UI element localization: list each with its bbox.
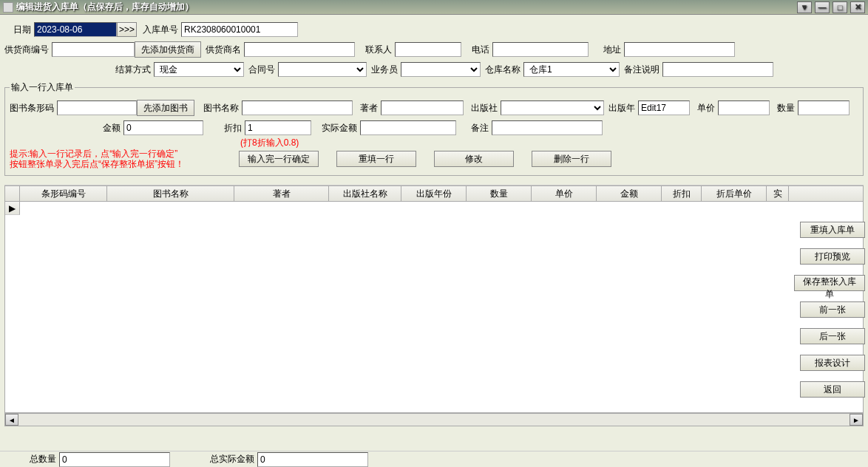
table-header-cell[interactable]: 数量 [467, 186, 532, 201]
table-header-cell[interactable]: 折扣 [662, 186, 702, 201]
clerk-label: 业务员 [371, 64, 398, 76]
settlement-method-label: 结算方式 [115, 64, 151, 76]
phone-input[interactable] [492, 42, 589, 57]
line-note-input[interactable] [492, 120, 603, 135]
entry-hint: 提示:输入一行记录后，点“输入完一行确定” 按钮整张单录入完后点“保存整张单据”… [10, 149, 184, 169]
table-header-cell[interactable]: 单价 [532, 186, 597, 201]
save-receipt-button[interactable]: 保存整张入库单 [794, 275, 865, 291]
amount-label: 金额 [103, 122, 121, 134]
author-input[interactable] [381, 100, 464, 115]
publisher-select[interactable] [501, 100, 604, 115]
clerk-select[interactable] [401, 62, 481, 77]
delete-line-button[interactable]: 删除一行 [532, 151, 611, 167]
table-header-cell[interactable]: 条形码编号 [20, 186, 107, 201]
refill-line-button[interactable]: 重填一行 [336, 151, 416, 167]
total-qty-label: 总数量 [30, 453, 56, 466]
table-header-cell[interactable]: 出版社名称 [329, 186, 401, 201]
settlement-remark-input[interactable] [662, 62, 773, 77]
qty-label: 数量 [777, 102, 795, 115]
add-supplier-button[interactable]: 先添加供货商 [135, 41, 201, 58]
line-entry-group: 输入一行入库单 图书条形码 先添加图书 图书名称 著者 出版社 出版年 单价 数… [4, 81, 864, 176]
real-amount-label: 实际金额 [322, 122, 357, 134]
address-label: 地址 [603, 44, 621, 56]
refill-receipt-button[interactable]: 重填入库单 [800, 222, 865, 238]
table-header-cell[interactable]: 出版年份 [401, 186, 467, 201]
date-label: 日期 [13, 24, 31, 36]
window-icon [3, 2, 13, 13]
table-header-cell[interactable]: 著者 [234, 186, 329, 201]
line-note-label: 备注 [471, 122, 489, 134]
table-body[interactable]: ▶ [4, 202, 864, 413]
barcode-input[interactable] [57, 100, 137, 115]
table-header-cell[interactable]: 金额 [597, 186, 662, 201]
receipt-no-input[interactable] [181, 22, 298, 37]
contract-select[interactable] [278, 62, 367, 77]
warehouse-label: 仓库名称 [485, 64, 521, 76]
next-receipt-button[interactable]: 后一张 [800, 328, 865, 344]
total-amount-label: 总实际金额 [210, 453, 254, 466]
confirm-line-button[interactable]: 输入完一行确定 [239, 151, 319, 167]
phone-label: 电话 [472, 44, 489, 56]
print-preview-button[interactable]: 打印预览 [800, 248, 865, 265]
receipt-no-label: 入库单号 [143, 24, 178, 36]
price-input[interactable] [718, 100, 770, 115]
window-close-button[interactable]: ✕ [850, 1, 865, 13]
table-header-cell[interactable]: 折后单价 [702, 186, 767, 201]
window-help-button[interactable]: ▾ [797, 1, 812, 13]
price-label: 单价 [697, 102, 715, 115]
pubyear-label: 出版年 [608, 102, 635, 115]
bookname-label: 图书名称 [203, 102, 239, 115]
pubyear-input[interactable] [638, 100, 690, 115]
back-button[interactable]: 返回 [800, 381, 865, 398]
supplier-name-input[interactable] [244, 42, 355, 57]
window-title: 编辑进货入库单（点保存后，库存自动增加） [16, 1, 194, 13]
report-design-button[interactable]: 报表设计 [800, 355, 865, 371]
discount-hint: (打8折输入0.8) [240, 137, 299, 149]
amount-input[interactable] [123, 120, 203, 135]
table-header-cell[interactable]: 图书名称 [107, 186, 234, 201]
total-qty-input[interactable] [59, 452, 170, 467]
supplier-name-label: 供货商名 [206, 44, 241, 56]
prev-receipt-button[interactable]: 前一张 [800, 301, 865, 318]
bookname-input[interactable] [242, 100, 353, 115]
total-amount-input[interactable] [257, 452, 368, 467]
real-amount-input[interactable] [360, 120, 456, 135]
table-header-cell[interactable]: 实 [767, 186, 789, 201]
settlement-remark-label: 备注说明 [624, 64, 660, 76]
add-book-button[interactable]: 先添加图书 [137, 100, 194, 116]
line-entry-legend: 输入一行入库单 [10, 81, 75, 94]
contact-label: 联系人 [365, 44, 392, 56]
table-header-indicator [5, 186, 20, 201]
contract-label: 合同号 [248, 64, 275, 76]
warehouse-select[interactable]: 仓库1 [523, 62, 620, 77]
scroll-right-icon[interactable]: ► [850, 414, 863, 426]
settlement-method-select[interactable]: 现金 [154, 62, 244, 77]
horizontal-scrollbar[interactable]: ◄ ► [4, 413, 864, 426]
discount-label: 折扣 [224, 122, 242, 134]
window-minimize-button[interactable]: — [815, 1, 830, 13]
row-indicator-icon: ▶ [5, 202, 20, 215]
author-label: 著者 [360, 102, 378, 115]
window-maximize-button[interactable]: □ [833, 1, 847, 13]
supplier-code-input[interactable] [52, 42, 135, 57]
contact-input[interactable] [395, 42, 461, 57]
publisher-label: 出版社 [471, 102, 498, 115]
date-picker-button[interactable]: >>> [117, 22, 137, 37]
supplier-code-label: 供货商编号 [4, 44, 49, 56]
table-header: 条形码编号图书名称著者出版社名称出版年份数量单价金额折扣折后单价实 [4, 185, 864, 202]
window-titlebar: 编辑进货入库单（点保存后，库存自动增加） ▾ — □ ✕ [0, 0, 868, 15]
barcode-label: 图书条形码 [10, 102, 54, 115]
address-input[interactable] [624, 42, 735, 57]
edit-line-button[interactable]: 修改 [434, 151, 514, 167]
qty-input[interactable] [798, 100, 850, 115]
discount-input[interactable] [245, 120, 311, 135]
date-input[interactable] [34, 22, 117, 37]
scroll-left-icon[interactable]: ◄ [5, 414, 18, 426]
